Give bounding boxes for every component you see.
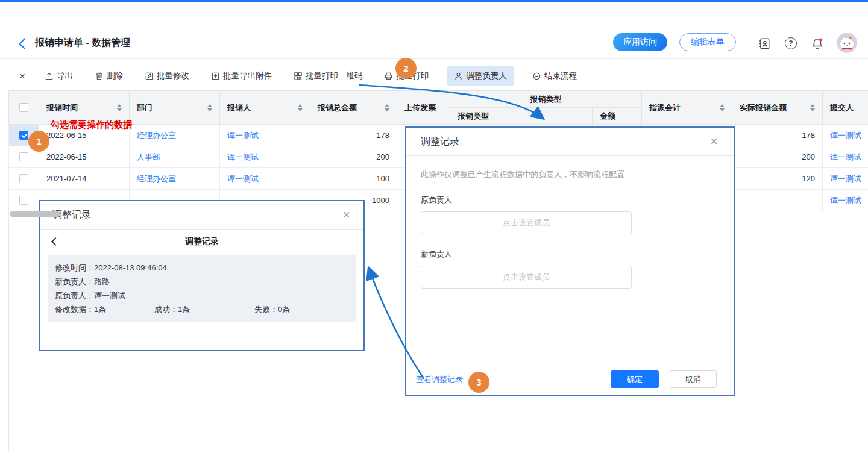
select-all-checkbox[interactable]	[19, 103, 28, 112]
col-group: 报销类型	[450, 91, 642, 108]
col-actual[interactable]: 实际报销金额	[732, 91, 823, 125]
cell-link[interactable]: 经理办公室	[137, 131, 176, 140]
cell-link[interactable]: 谭一测试	[830, 152, 861, 161]
new-owner-picker[interactable]: 点击设置成员	[421, 266, 632, 289]
cell-submitter: 谭一测试	[823, 125, 868, 146]
cell-link[interactable]: 谭一测试	[227, 131, 259, 140]
edit-form-button[interactable]: 编辑表单	[679, 33, 736, 51]
toolbar-item-trash[interactable]: 删除	[91, 66, 127, 86]
sort-icon[interactable]	[298, 104, 303, 111]
sort-icon[interactable]	[810, 104, 815, 111]
cell-person: 谭一测试	[220, 125, 310, 146]
cell-date: 2021-07-14	[39, 168, 130, 190]
col-invoice: 上传发票	[397, 91, 450, 125]
col-person[interactable]: 报销人	[220, 91, 310, 125]
cell-link[interactable]: 谭一测试	[227, 152, 259, 161]
column-label: 部门	[137, 102, 153, 113]
toolbar-item-label: 批量导出附件	[223, 70, 272, 81]
cell-person: 谭一测试	[220, 168, 310, 190]
edit-icon	[145, 72, 154, 81]
cell-link[interactable]: 经理办公室	[137, 174, 176, 183]
record-dialog-close-icon[interactable]: ×	[342, 208, 350, 222]
app-access-button[interactable]: 应用访问	[613, 33, 667, 51]
col-accountant[interactable]: 指派会计	[642, 91, 732, 125]
page-title: 报销申请单 - 数据管理	[35, 37, 130, 49]
record-card: 修改时间：2022-08-13 09:46:04 新负责人：路路 原负责人：谭一…	[48, 255, 356, 322]
help-icon[interactable]: ?	[784, 36, 798, 51]
col-total[interactable]: 报销总金额	[310, 91, 397, 125]
record-old-owner: 原负责人：谭一测试	[55, 289, 349, 302]
cell-link[interactable]: 谭一测试	[830, 174, 861, 183]
cell-actual: 120	[732, 168, 823, 190]
adjust-dialog-close-icon[interactable]: ×	[710, 135, 718, 148]
adjust-owner-dialog: 调整记录 × 此操作仅调整已产生流程数据中的负责人，不影响流程配置 原负责人 点…	[405, 126, 735, 396]
col-amount: 金额	[593, 108, 642, 125]
record-new-owner: 新负责人：路路	[55, 275, 349, 289]
cell-link[interactable]: 谭一测试	[227, 174, 259, 183]
toolbar-item-label: 批量修改	[157, 70, 189, 81]
sort-icon[interactable]	[117, 104, 122, 111]
col-dept[interactable]: 部门	[130, 91, 220, 125]
col-type: 报销类型	[450, 108, 593, 125]
toolbar-item-edit[interactable]: 批量修改	[141, 66, 193, 86]
cell-link[interactable]: 谭一测试	[830, 131, 861, 140]
col-check	[9, 91, 39, 125]
cell-person: 谭一测试	[220, 146, 310, 168]
column-label: 报销总金额	[318, 102, 357, 113]
confirm-button[interactable]: 确定	[611, 370, 659, 388]
column-label: 实际报销金额	[740, 102, 787, 113]
cell-actual: 178	[732, 125, 823, 146]
page-bottom-border	[0, 452, 868, 452]
cell-dept: 人事部	[130, 146, 220, 168]
cell-check	[9, 190, 39, 211]
row-checkbox[interactable]	[19, 196, 28, 205]
toolbar-item-end-flow[interactable]: 结束流程	[529, 66, 580, 86]
page-header: 报销申请单 - 数据管理 应用访问 编辑表单 ?	[0, 2, 868, 59]
cell-submitter: 谭一测试	[823, 146, 868, 168]
cell-link[interactable]: 谭一测试	[830, 196, 861, 205]
toolbar-item-label: 导出	[57, 70, 73, 81]
toolbar-item-export-attach[interactable]: 批量导出附件	[207, 66, 275, 86]
export-attach-icon	[211, 72, 220, 81]
cell-total: 200	[310, 146, 397, 168]
contacts-icon[interactable]	[757, 36, 772, 51]
adjust-dialog-hint: 此操作仅调整已产生流程数据中的负责人，不影响流程配置	[421, 169, 719, 180]
original-owner-label: 原负责人	[421, 195, 719, 205]
person-icon	[454, 72, 463, 81]
sort-icon[interactable]	[720, 104, 725, 111]
sort-icon[interactable]	[385, 104, 389, 111]
user-avatar[interactable]	[837, 33, 857, 53]
cell-total: 178	[310, 125, 397, 146]
cell-date: 2022-06-15	[39, 146, 130, 168]
new-owner-label: 新负责人	[421, 249, 719, 260]
column-label: 指派会计	[649, 102, 681, 113]
cancel-button[interactable]: 取消	[670, 370, 717, 388]
cell-link[interactable]: 人事部	[137, 152, 160, 161]
row-checkbox[interactable]	[19, 131, 28, 140]
view-records-link[interactable]: 查看调整记录	[416, 374, 463, 385]
col-submitter: 提交人	[823, 91, 868, 125]
back-icon[interactable]	[19, 38, 30, 49]
toolbar-item-person[interactable]: 调整负责人	[447, 66, 514, 86]
toolbar-item-export[interactable]: 导出	[41, 66, 77, 86]
horizontal-scrollbar-thumb[interactable]	[10, 211, 60, 217]
toolbar-item-qrcode[interactable]: 批量打印二维码	[290, 66, 366, 86]
print-icon	[384, 72, 393, 81]
column-label: 报销时间	[46, 102, 78, 113]
cell-check	[9, 168, 39, 190]
row-checkbox[interactable]	[19, 174, 28, 183]
row-checkbox[interactable]	[19, 152, 28, 161]
step-badge-2: 2	[395, 58, 417, 79]
adjust-record-dialog: 调整记录 × 调整记录 修改时间：2022-08-13 09:46:04 新负责…	[39, 200, 365, 351]
toolbar-close-icon[interactable]: ×	[19, 71, 25, 81]
step-badge-3: 3	[468, 372, 489, 393]
toolbar-item-label: 调整负责人	[466, 70, 507, 81]
export-icon	[45, 72, 54, 81]
cell-total: 100	[310, 168, 397, 190]
sort-icon[interactable]	[207, 104, 212, 111]
original-owner-picker[interactable]: 点击设置成员	[421, 211, 632, 234]
notification-bell-icon[interactable]	[810, 36, 825, 51]
cell-dept: 经理办公室	[130, 125, 220, 146]
batch-toolbar: × 导出删除批量修改批量导出附件批量打印二维码批量打印调整负责人结束流程	[0, 63, 868, 89]
record-stat-success: 成功：1条	[154, 302, 254, 316]
